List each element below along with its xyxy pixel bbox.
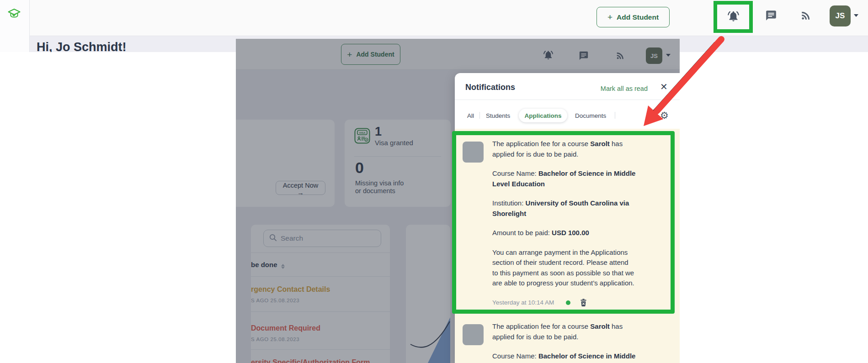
tab-applications-active[interactable]: Applications: [519, 109, 567, 122]
user-avatar[interactable]: JS: [830, 5, 851, 26]
notifications-bell-icon[interactable]: [727, 10, 740, 22]
gear-icon[interactable]: ⚙: [660, 110, 669, 120]
panel-title: Notifications: [465, 83, 515, 92]
notification-body: You can arrange payment in the Applicati…: [492, 247, 671, 289]
notification-item[interactable]: The application fee for a course Sarolt …: [492, 139, 671, 308]
notification-amount: Amount to be paid: USD 100.00: [492, 228, 671, 238]
feed-rss-icon[interactable]: [800, 10, 812, 21]
notification-footer: Yesterday at 10:14 AM: [492, 298, 671, 308]
tab-separator: [479, 112, 480, 119]
add-student-button[interactable]: + Add Student: [596, 7, 670, 27]
notification-message: The application fee for a course Sarolt …: [492, 139, 671, 159]
avatar: [463, 142, 484, 163]
sidebar: [0, 0, 30, 52]
close-icon[interactable]: ✕: [660, 82, 668, 91]
tab-separator: [615, 112, 615, 119]
app-logo-graduation-cap-icon[interactable]: [7, 7, 21, 21]
notification-institution: Institution: University of South Carolin…: [492, 198, 671, 219]
embedded-screenshot: + Add Student JS: [236, 39, 680, 363]
tab-documents[interactable]: Documents: [575, 112, 606, 119]
screen: + Add Student JS Hi, Jo Schmidt! + Add: [0, 0, 868, 363]
notification-message: The application fee for a course Sarolt …: [492, 321, 671, 342]
notifications-panel: Notifications Mark all as read ✕ All Stu…: [455, 73, 680, 363]
chevron-down-icon[interactable]: [854, 14, 858, 17]
avatar: [463, 324, 484, 345]
tab-students[interactable]: Students: [486, 112, 510, 119]
tab-all[interactable]: All: [467, 112, 474, 119]
mark-all-as-read-link[interactable]: Mark all as read: [601, 85, 648, 92]
notification-item[interactable]: The application fee for a course Sarolt …: [492, 321, 671, 363]
page-title: Hi, Jo Schmidt!: [37, 40, 127, 52]
notification-course: Course Name: Bachelor of Science in Midd…: [492, 351, 671, 362]
notification-course: Course Name: Bachelor of Science in Midd…: [492, 168, 671, 189]
add-student-label: Add Student: [617, 13, 659, 21]
unread-dot: [566, 300, 570, 305]
delete-trash-icon[interactable]: [580, 299, 587, 307]
messages-chat-icon[interactable]: [765, 10, 777, 21]
plus-icon: +: [607, 13, 612, 21]
panel-divider: [455, 100, 680, 100]
notification-timestamp: Yesterday at 10:14 AM: [492, 298, 554, 308]
notification-list: The application fee for a course Sarolt …: [455, 129, 680, 363]
